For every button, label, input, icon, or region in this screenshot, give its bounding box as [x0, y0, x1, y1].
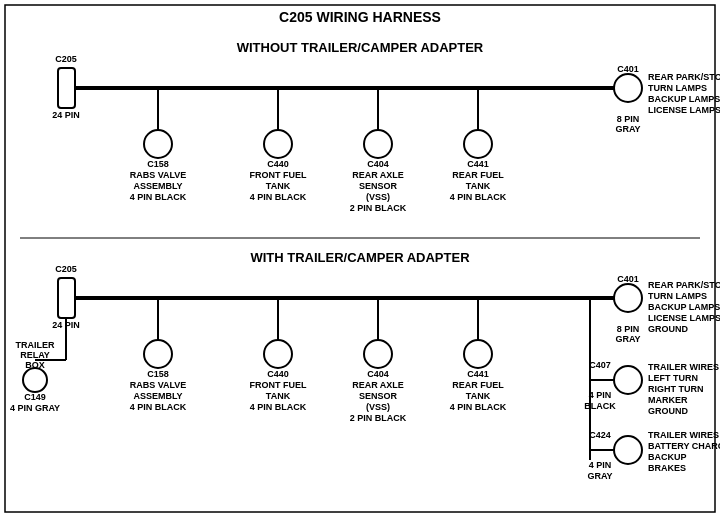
svg-point-31: [464, 340, 492, 368]
s1-c401-line2: TURN LAMPS: [648, 83, 707, 93]
s1-c158-l1: RABS VALVE: [130, 170, 187, 180]
s2-c401-line4: LICENSE LAMPS: [648, 313, 720, 323]
s2-c407-line5: GROUND: [648, 406, 688, 416]
s2-c440-l1: FRONT FUEL: [250, 380, 307, 390]
s2-c149-pins: 4 PIN GRAY: [10, 403, 60, 413]
s2-c158-l1: RABS VALVE: [130, 380, 187, 390]
svg-rect-13: [58, 278, 75, 318]
s2-c401-label: C401: [617, 274, 639, 284]
s2-c424-line2: BATTERY CHARGE: [648, 441, 720, 451]
s2-c440-name: C440: [267, 369, 289, 379]
s1-c441-l3: 4 PIN BLACK: [450, 192, 507, 202]
svg-point-22: [614, 366, 642, 394]
s1-c158-l2: ASSEMBLY: [133, 181, 182, 191]
svg-point-8: [364, 130, 392, 158]
diagram-container: C205 WIRING HARNESS WITHOUT TRAILER/CAMP…: [0, 0, 720, 517]
s1-c401-line1: REAR PARK/STOP: [648, 72, 720, 82]
s1-c205-label: C205: [55, 54, 77, 64]
s1-c404-l4: 2 PIN BLACK: [350, 203, 407, 213]
s2-c404-l1: REAR AXLE: [352, 380, 404, 390]
s2-c441-l1: REAR FUEL: [452, 380, 504, 390]
s2-c424-line3: BACKUP: [648, 452, 687, 462]
s2-c205-label: C205: [55, 264, 77, 274]
s1-c440-l3: 4 PIN BLACK: [250, 192, 307, 202]
s1-c401-pins: 8 PIN: [617, 114, 640, 124]
s1-c404-l2: SENSOR: [359, 181, 398, 191]
s1-c441-l2: TANK: [466, 181, 491, 191]
s2-c441-name: C441: [467, 369, 489, 379]
s1-c441-l1: REAR FUEL: [452, 170, 504, 180]
s2-c401-line3: BACKUP LAMPS: [648, 302, 720, 312]
s2-c404-l2: SENSOR: [359, 391, 398, 401]
s2-c401-line5: GROUND: [648, 324, 688, 334]
section2-title: WITH TRAILER/CAMPER ADAPTER: [250, 250, 470, 265]
s1-c404-l1: REAR AXLE: [352, 170, 404, 180]
s2-c407-line2: LEFT TURN: [648, 373, 698, 383]
s2-c424-pins: 4 PIN: [589, 460, 612, 470]
s2-relay-label1: TRAILER: [16, 340, 55, 350]
svg-rect-1: [58, 68, 75, 108]
s2-c407-pins: 4 PIN: [589, 390, 612, 400]
s1-c441-name: C441: [467, 159, 489, 169]
s1-c440-l1: FRONT FUEL: [250, 170, 307, 180]
svg-point-25: [144, 340, 172, 368]
s2-c401-pins: 8 PIN: [617, 324, 640, 334]
svg-point-4: [144, 130, 172, 158]
s1-c440-l2: TANK: [266, 181, 291, 191]
s1-c404-l3: (VSS): [366, 192, 390, 202]
s1-c401-color: GRAY: [615, 124, 640, 134]
svg-point-16: [23, 368, 47, 392]
s2-c401-line2: TURN LAMPS: [648, 291, 707, 301]
s2-c158-l2: ASSEMBLY: [133, 391, 182, 401]
s2-c401-color: GRAY: [615, 334, 640, 344]
s2-c407-line3: RIGHT TURN: [648, 384, 704, 394]
s2-c441-l2: TANK: [466, 391, 491, 401]
s1-c404-name: C404: [367, 159, 389, 169]
s2-c158-name: C158: [147, 369, 169, 379]
s1-c401-line4: LICENSE LAMPS: [648, 105, 720, 115]
s2-c404-name: C404: [367, 369, 389, 379]
svg-point-2: [614, 74, 642, 102]
s2-c404-l4: 2 PIN BLACK: [350, 413, 407, 423]
s2-c424-line4: BRAKES: [648, 463, 686, 473]
svg-point-23: [614, 436, 642, 464]
s2-c424-line1: TRAILER WIRES: [648, 430, 719, 440]
svg-point-17: [614, 284, 642, 312]
s1-c158-l3: 4 PIN BLACK: [130, 192, 187, 202]
s2-c407-label: C407: [589, 360, 611, 370]
s2-c401-line1: REAR PARK/STOP: [648, 280, 720, 290]
main-title: C205 WIRING HARNESS: [279, 9, 441, 25]
s2-c158-l3: 4 PIN BLACK: [130, 402, 187, 412]
s2-c407-color: BLACK: [584, 401, 616, 411]
s2-c440-l3: 4 PIN BLACK: [250, 402, 307, 412]
s1-c440-name: C440: [267, 159, 289, 169]
s1-c401-line3: BACKUP LAMPS: [648, 94, 720, 104]
s2-c441-l3: 4 PIN BLACK: [450, 402, 507, 412]
s1-c158-name: C158: [147, 159, 169, 169]
s1-c401-label: C401: [617, 64, 639, 74]
wiring-diagram-svg: C205 WIRING HARNESS WITHOUT TRAILER/CAMP…: [0, 0, 720, 517]
svg-point-6: [264, 130, 292, 158]
s2-c149-name: C149: [24, 392, 46, 402]
s2-c440-l2: TANK: [266, 391, 291, 401]
s2-relay-label2: RELAY: [20, 350, 50, 360]
section1-title: WITHOUT TRAILER/CAMPER ADAPTER: [237, 40, 484, 55]
svg-point-27: [264, 340, 292, 368]
s2-c424-color: GRAY: [587, 471, 612, 481]
s2-c407-line1: TRAILER WIRES: [648, 362, 719, 372]
s2-c424-label: C424: [589, 430, 611, 440]
s1-c205-pins: 24 PIN: [52, 110, 80, 120]
s2-c407-line4: MARKER: [648, 395, 688, 405]
svg-point-29: [364, 340, 392, 368]
s2-c404-l3: (VSS): [366, 402, 390, 412]
svg-point-10: [464, 130, 492, 158]
